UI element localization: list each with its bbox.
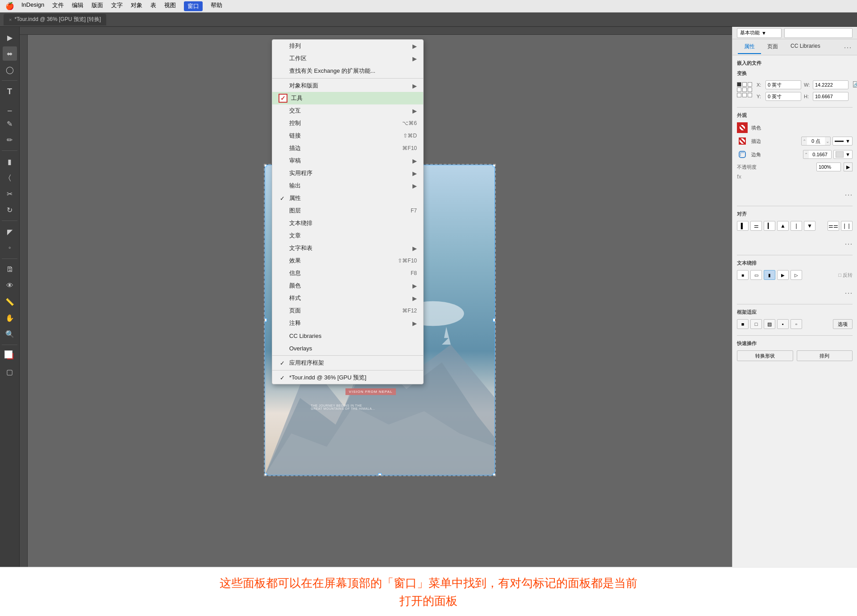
corner-type-dropdown[interactable]: ▼ [833, 150, 853, 159]
menu-type[interactable]: 文字 [111, 1, 123, 11]
panel-more-btn[interactable]: ⋯ [844, 42, 852, 52]
corner-up-arrow[interactable]: ⌃ [803, 152, 809, 157]
appearance-more-btn[interactable]: ⋯ [845, 190, 853, 200]
menu-review[interactable]: 审稿 ▶ [272, 154, 423, 167]
wh-lock-btn[interactable]: 🔗 [853, 81, 857, 87]
tool-hand[interactable]: ✋ [3, 311, 17, 325]
distribute-v-btn[interactable]: ❘❘ [841, 221, 853, 231]
tab-cc-libraries[interactable]: CC Libraries [784, 40, 827, 54]
fit-content-btn[interactable]: ■ [737, 319, 749, 329]
tool-gradient-feather[interactable]: ◦ [3, 241, 17, 255]
tool-scissors[interactable]: ✂ [3, 187, 17, 201]
align-bottom-btn[interactable]: ▼ [804, 221, 815, 231]
fit-fill-btn[interactable]: ▪ [777, 319, 789, 329]
menu-article[interactable]: 文章 [272, 229, 423, 242]
tool-rectangle-frame[interactable]: ▮ [3, 154, 17, 169]
menu-pages[interactable]: 页面 ⌘F12 [272, 304, 423, 317]
tool-pencil[interactable]: ✏ [3, 133, 17, 147]
menu-interact[interactable]: 交互 ▶ [272, 104, 423, 117]
align-top-btn[interactable]: ▲ [777, 221, 789, 231]
tool-line[interactable]: ⎯ [3, 100, 17, 115]
menu-window[interactable]: 窗口 [184, 1, 203, 11]
menu-styles[interactable]: 样式 ▶ [272, 292, 423, 304]
menu-cclibs[interactable]: CC Libraries [272, 329, 423, 342]
stroke-up-arrow[interactable]: ⌃ [802, 139, 807, 144]
opacity-arrow-btn[interactable]: ▶ [844, 162, 853, 171]
w-input[interactable] [813, 80, 849, 89]
convert-shape-btn[interactable]: 转换形状 [737, 350, 793, 361]
menu-notes[interactable]: 注释 ▶ [272, 317, 423, 329]
menu-current-doc[interactable]: ✓ *Tour.indd @ 36% [GPU 预览] [272, 371, 423, 384]
opacity-input[interactable] [816, 162, 841, 171]
menu-object[interactable]: 对象 [131, 1, 142, 11]
menu-info[interactable]: 信息 F8 [272, 267, 423, 279]
ref-dot-mr[interactable] [748, 87, 752, 92]
wrap-next-btn[interactable]: ▷ [790, 270, 802, 280]
menu-view[interactable]: 视图 [164, 1, 176, 11]
stroke-type-dropdown[interactable]: ▼ [832, 137, 853, 146]
tool-zoom[interactable]: 🔍 [3, 327, 17, 341]
menu-file[interactable]: 文件 [52, 1, 64, 11]
menu-tools[interactable]: ✓ 工具 [272, 92, 423, 104]
menu-properties[interactable]: ✓ 属性 [272, 192, 423, 204]
ref-dot-bl[interactable] [737, 93, 741, 97]
ref-dot-tr[interactable] [748, 82, 752, 87]
tab-properties[interactable]: 属性 [738, 40, 761, 54]
menu-help[interactable]: 帮助 [211, 1, 222, 11]
fit-proportional-btn[interactable]: ▨ [764, 319, 775, 329]
wrap-object-btn[interactable]: ▮ [764, 270, 775, 280]
tool-select[interactable]: ▶ [3, 30, 17, 45]
panel-search-input[interactable] [784, 28, 853, 38]
menu-arrange[interactable]: 排列 ▶ [272, 40, 423, 52]
tool-preview[interactable]: ▢ [3, 365, 17, 379]
tool-transform[interactable]: ↻ [3, 203, 17, 217]
ref-dot-tc[interactable] [742, 82, 747, 87]
document-tab[interactable]: × *Tour.indd @ 36% [GPU 预览] [转换] [4, 14, 106, 25]
menu-charmap[interactable]: 文字和表 ▶ [272, 242, 423, 254]
distribute-h-btn[interactable]: ⚌⚌ [828, 221, 839, 231]
tool-measure[interactable]: 📏 [3, 295, 17, 309]
canvas-area[interactable]: DAYS FROM 5 FROM nowhe VISION FROM NEPAL… [20, 27, 732, 605]
arrange-btn[interactable]: 排列 [797, 350, 853, 361]
tool-note[interactable]: 🖺 [3, 262, 17, 277]
align-more-btn[interactable]: ⋯ [845, 239, 853, 249]
stroke-width-input[interactable] [807, 137, 825, 145]
tool-fill-stroke[interactable] [3, 349, 17, 363]
x-input[interactable] [765, 80, 801, 89]
align-center-v-btn[interactable]: ❘ [790, 221, 802, 231]
menu-exchange[interactable]: 查找有关 Exchange 的扩展功能... [272, 65, 423, 77]
ref-dot-ml[interactable] [737, 87, 741, 92]
menu-appframe[interactable]: ✓ 应用程序框架 [272, 357, 423, 369]
menu-links[interactable]: 链接 ⇧⌘D [272, 129, 423, 142]
ref-dot-bc[interactable] [742, 93, 747, 97]
menu-stroke[interactable]: 描边 ⌘F10 [272, 142, 423, 154]
workspace-dropdown[interactable]: 基本功能 ▼ [737, 28, 782, 38]
menu-effects[interactable]: 效果 ⇧⌘F10 [272, 254, 423, 267]
wrap-jump-btn[interactable]: ▶ [777, 270, 789, 280]
menu-overlays[interactable]: Overlays [272, 342, 423, 354]
fit-frame-btn[interactable]: □ [750, 319, 762, 329]
menu-color[interactable]: 颜色 ▶ [272, 279, 423, 292]
ref-dot-tl[interactable] [737, 82, 741, 87]
menu-utilities[interactable]: 实用程序 ▶ [272, 167, 423, 179]
textwrap-more-btn[interactable]: ⋯ [845, 288, 853, 298]
tool-rectangle[interactable]: 〈 [3, 171, 17, 185]
tool-page[interactable]: ◯ [3, 62, 17, 77]
menu-edit[interactable]: 编辑 [72, 1, 83, 11]
menu-workspace[interactable]: 工作区 ▶ [272, 52, 423, 65]
tool-pen[interactable]: ✎ [3, 117, 17, 131]
wrap-none-btn[interactable]: ■ [737, 270, 749, 280]
align-right-btn[interactable]: ▎ [764, 221, 775, 231]
menu-output[interactable]: 输出 ▶ [272, 179, 423, 192]
apple-menu[interactable]: 🍎 [5, 2, 14, 10]
menu-layout[interactable]: 版面 [92, 1, 103, 11]
menu-indesign[interactable]: InDesign [21, 1, 44, 11]
tool-text[interactable]: T [3, 84, 17, 99]
tool-direct-select[interactable]: ⬌ [3, 46, 17, 61]
tool-gradient[interactable]: ◤ [3, 225, 17, 239]
corner-input[interactable] [809, 150, 831, 158]
menu-control[interactable]: 控制 ⌥⌘6 [272, 117, 423, 129]
y-input[interactable] [765, 92, 801, 101]
h-input[interactable] [813, 92, 849, 101]
menu-obj-layout[interactable]: 对象和版面 ▶ [272, 79, 423, 92]
